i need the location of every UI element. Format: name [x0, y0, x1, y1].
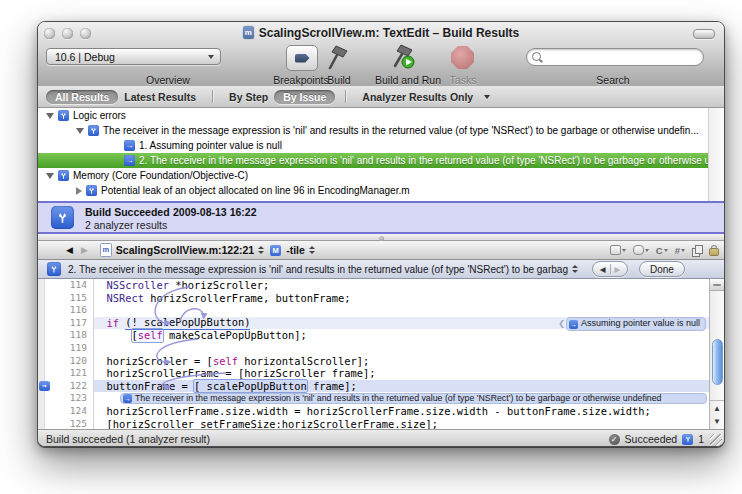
code-line[interactable] — [94, 304, 709, 317]
build-hammer-icon[interactable] — [323, 44, 355, 70]
result-row[interactable]: Potential leak of an object allocated on… — [38, 183, 724, 198]
gutter-line: 120 — [38, 355, 93, 368]
code-line[interactable]: horizScrollerFrame.size.width = horizScr… — [94, 405, 709, 418]
disclosure-triangle-icon[interactable] — [76, 128, 84, 134]
result-row[interactable]: →1. Assuming pointer value is null — [38, 138, 724, 153]
marker-menu-button[interactable]: # — [675, 245, 685, 256]
code-indent — [94, 292, 107, 305]
arrow-icon: → — [123, 394, 132, 403]
analyzer-fork-icon — [86, 185, 97, 196]
search-label: Search — [578, 74, 648, 86]
popup-stepper-icon[interactable] — [309, 246, 315, 254]
breakpoints-button[interactable] — [286, 45, 318, 71]
code-line[interactable]: →The receiver in the message expression … — [94, 392, 709, 405]
disclosure-triangle-icon[interactable] — [46, 113, 54, 119]
prev-issue-button[interactable]: ◀ — [596, 265, 610, 274]
popup-stepper-icon[interactable] — [258, 246, 264, 254]
chevron-down-icon[interactable] — [484, 95, 490, 99]
code-line[interactable]: NSScroller *horizScroller; — [94, 279, 709, 292]
window-chrome: m ScalingScrollView.m: TextEdit – Build … — [38, 22, 724, 87]
filter-by-issue[interactable]: By Issue — [274, 90, 335, 104]
toolbar-toggle-capsule-button[interactable] — [693, 29, 715, 39]
code-indent — [94, 279, 107, 292]
disclosure-triangle-icon[interactable] — [76, 187, 82, 195]
build-and-run-hammer-icon[interactable] — [388, 44, 420, 70]
analyzer-count: 1 — [698, 433, 704, 445]
arrow-icon: → — [569, 320, 578, 329]
code-line[interactable]: [self makeScalePopUpButton]; — [94, 329, 709, 342]
analyzer-path-box: [_scalePopUpButton — [194, 380, 307, 393]
breakpoint-icon — [295, 54, 310, 63]
counterpart-icon[interactable] — [692, 245, 702, 255]
analyzer-results-count: 2 analyzer results — [85, 219, 167, 231]
code-token: [horizScroller setFrameSize:horizScrolle… — [107, 418, 439, 429]
analyzer-issue-bar: 2. The receiver in the message expressio… — [38, 260, 724, 279]
filter-latest-results[interactable]: Latest Results — [118, 91, 202, 103]
result-row[interactable]: Logic errors — [38, 108, 724, 123]
code-line[interactable]: if (!_scalePopUpButton)❮→Assuming pointe… — [94, 317, 709, 330]
code-line[interactable]: horizScrollerFrame = [horizScroller fram… — [94, 367, 709, 380]
code-indent — [94, 329, 132, 342]
code-token: buttonFrame = — [107, 380, 195, 393]
history-forward-button[interactable]: ▶ — [77, 245, 92, 255]
popup-arrow-icon — [208, 55, 214, 59]
scrollbar-arrows[interactable]: ▲▼ — [710, 400, 724, 429]
titlebar[interactable]: m ScalingScrollView.m: TextEdit – Build … — [38, 22, 724, 44]
method-icon: M — [270, 245, 281, 256]
issue-stepper-icon[interactable] — [572, 265, 578, 273]
history-back-button[interactable]: ◀ — [62, 245, 77, 255]
tasks-stop-icon — [451, 46, 474, 69]
bookmarks-menu-button[interactable] — [610, 245, 626, 255]
source-editor[interactable]: 114115116117118119120121122→123124125126… — [38, 279, 724, 429]
overview-popup[interactable]: 10.6 | Debug — [46, 48, 221, 65]
search-input[interactable] — [526, 48, 704, 66]
succeeded-label: Succeeded — [625, 433, 678, 445]
filter-all-results[interactable]: All Results — [46, 90, 118, 104]
analyzer-fork-icon — [88, 125, 99, 136]
filter-by-step[interactable]: By Step — [223, 91, 274, 103]
code-line[interactable]: [horizScroller setFrameSize:horizScrolle… — [94, 418, 709, 429]
code-line[interactable]: buttonFrame = [_scalePopUpButton frame]; — [94, 380, 709, 393]
file-doc-icon: m — [100, 243, 112, 257]
file-popup[interactable]: ScalingScrollView.m:122:21 — [116, 244, 254, 256]
gutter-line: 119 — [38, 342, 93, 355]
result-row[interactable]: The receiver in the message expression i… — [38, 123, 724, 138]
code-token: makeScalePopUpButton]; — [163, 329, 307, 342]
build-summary-bar[interactable]: Build Succeeded 2009-08-13 16:22 2 analy… — [38, 201, 724, 234]
document-proxy-icon[interactable]: m — [243, 26, 254, 39]
code-line[interactable]: horizScroller = [self horizontalScroller… — [94, 355, 709, 368]
class-menu-button[interactable]: C — [656, 245, 668, 256]
analyzer-fork-icon[interactable] — [682, 434, 693, 445]
breakpoints-menu-button[interactable] — [633, 245, 649, 255]
split-editor-button[interactable] — [710, 279, 724, 291]
disclosure-triangle-icon[interactable] — [46, 173, 54, 179]
code-line[interactable]: NSRect horizScrollerFrame, buttonFrame; — [94, 292, 709, 305]
lock-icon[interactable] — [709, 248, 719, 256]
editor-scrollbar[interactable]: ▲▼ — [709, 279, 724, 429]
result-row[interactable]: Memory (Core Foundation/Objective-C) — [38, 168, 724, 183]
splitter-dimple-icon — [379, 236, 384, 241]
results-scrollbar-track[interactable] — [708, 108, 724, 201]
code-token: if — [107, 317, 120, 330]
code-pane[interactable]: NSScroller *horizScroller; NSRect horizS… — [94, 279, 709, 429]
gutter-line: 115 — [38, 292, 93, 305]
screenshot-stage: m ScalingScrollView.m: TextEdit – Build … — [0, 0, 742, 494]
next-issue-button[interactable]: ▶ — [611, 265, 625, 274]
gutter-line: 116 — [38, 304, 93, 317]
result-row-text: The receiver in the message expression i… — [103, 125, 699, 136]
code-line[interactable] — [94, 342, 709, 355]
code-token: NSRect — [107, 292, 145, 305]
done-button[interactable]: Done — [639, 261, 685, 277]
method-popup[interactable]: -tile — [286, 244, 305, 256]
result-row[interactable]: →2. The receiver in the message expressi… — [38, 153, 724, 168]
results-filter-bar: All Results Latest Results By Step By Is… — [38, 86, 724, 108]
resize-grip[interactable] — [710, 434, 722, 446]
inline-issue-text: The receiver in the message expression i… — [135, 393, 662, 404]
scrollbar-thumb[interactable] — [712, 339, 723, 385]
filter-analyzer-only[interactable]: Analyzer Results Only — [356, 91, 479, 103]
build-succeeded-title: Build Succeeded — [85, 206, 170, 218]
code-indent — [94, 418, 107, 429]
pane-splitter[interactable] — [38, 234, 724, 241]
issue-prev-next-buttons[interactable]: ◀ ▶ — [592, 261, 628, 277]
analyzer-gutter-badge-icon[interactable]: → — [39, 381, 50, 392]
